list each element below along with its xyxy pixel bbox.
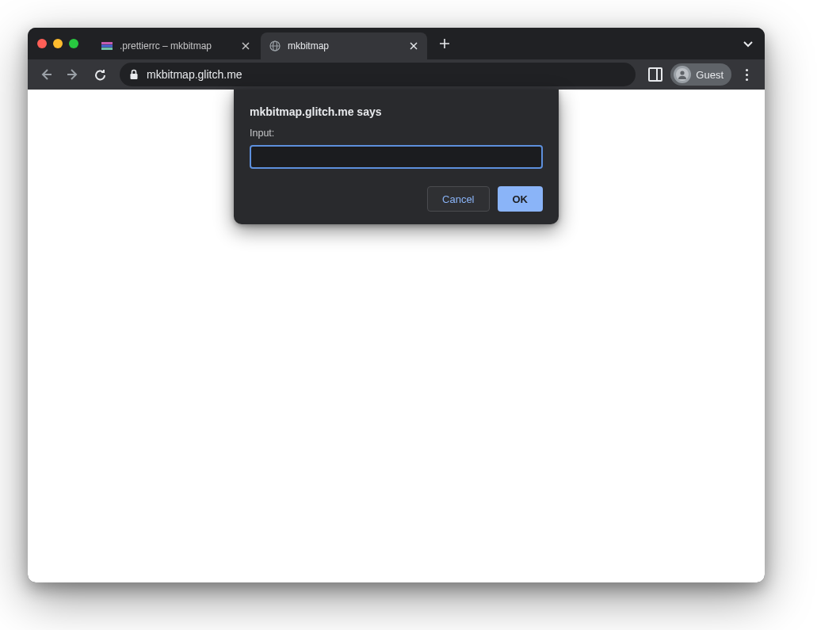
tab-prettierrc[interactable]: .prettierrc – mkbitmap <box>93 32 259 59</box>
forward-button[interactable] <box>61 63 85 86</box>
tab-title: .prettierrc – mkbitmap <box>120 40 234 52</box>
tabs: .prettierrc – mkbitmap mkbitmap <box>93 28 765 59</box>
tab-bar: .prettierrc – mkbitmap mkbitmap <box>28 28 765 59</box>
back-button[interactable] <box>34 63 58 86</box>
browser-window: .prettierrc – mkbitmap mkbitmap <box>28 28 765 582</box>
toolbar: mkbitmap.glitch.me Guest <box>28 59 765 90</box>
svg-point-16 <box>681 71 685 74</box>
globe-icon <box>269 40 281 52</box>
window-close-button[interactable] <box>37 39 47 48</box>
dialog-label: Input: <box>250 128 543 139</box>
dialog-input[interactable] <box>250 145 543 169</box>
svg-rect-2 <box>101 48 113 50</box>
url-text: mkbitmap.glitch.me <box>147 68 626 81</box>
close-icon[interactable] <box>408 40 419 52</box>
window-controls <box>37 39 78 48</box>
lock-icon <box>129 69 139 80</box>
person-icon <box>674 66 691 83</box>
glitch-favicon-icon <box>101 40 113 52</box>
profile-label: Guest <box>696 69 724 81</box>
tab-title: mkbitmap <box>288 40 402 52</box>
svg-rect-1 <box>101 45 113 48</box>
profile-button[interactable]: Guest <box>670 63 731 86</box>
panel-icon <box>648 67 662 82</box>
menu-button[interactable] <box>735 63 758 86</box>
dialog-actions: Cancel OK <box>250 186 543 212</box>
tab-mkbitmap[interactable]: mkbitmap <box>261 32 427 59</box>
page-content: mkbitmap.glitch.me says Input: Cancel OK <box>28 90 765 582</box>
new-tab-button[interactable] <box>433 32 456 55</box>
svg-rect-0 <box>101 42 113 44</box>
cancel-button[interactable]: Cancel <box>427 186 489 212</box>
reload-button[interactable] <box>88 63 112 86</box>
window-maximize-button[interactable] <box>69 39 78 48</box>
window-minimize-button[interactable] <box>53 39 63 48</box>
close-icon[interactable] <box>240 40 251 52</box>
side-panel-button[interactable] <box>643 63 667 86</box>
tab-overflow-button[interactable] <box>739 36 757 51</box>
ok-button[interactable]: OK <box>498 186 544 212</box>
dialog-title: mkbitmap.glitch.me says <box>250 105 543 118</box>
svg-rect-14 <box>131 74 138 79</box>
address-bar[interactable]: mkbitmap.glitch.me <box>120 63 636 86</box>
js-prompt-dialog: mkbitmap.glitch.me says Input: Cancel OK <box>234 90 559 224</box>
kebab-icon <box>746 69 748 81</box>
